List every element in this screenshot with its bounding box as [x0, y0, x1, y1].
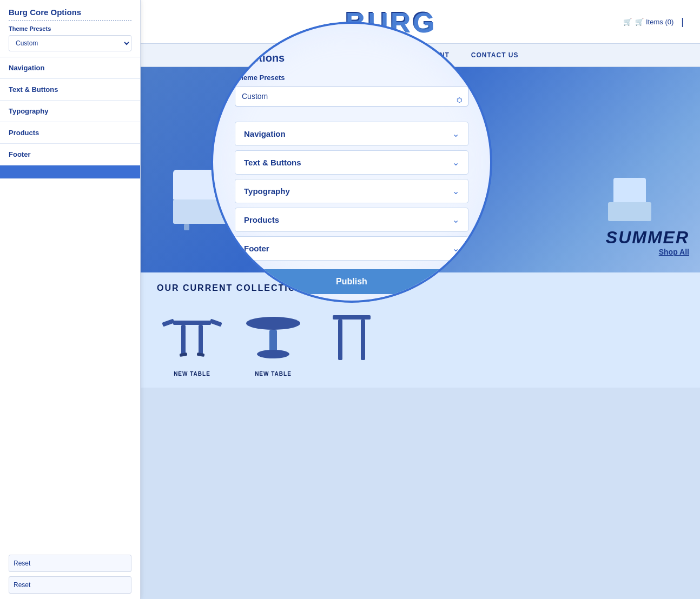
sidebar-header: Burg Core Options Theme Presets Custom P… [0, 0, 140, 57]
svg-rect-2 [209, 318, 222, 327]
accordion-label-typography: Typography [244, 187, 290, 196]
sidebar-item-typography[interactable]: Typography [0, 101, 140, 122]
products-row: NEW TABLE NEW TABLE [157, 302, 684, 377]
svg-rect-12 [361, 320, 365, 360]
chevron-down-icon-typography: ⌄ [452, 186, 459, 196]
accordion-item-products[interactable]: Products ⌄ [235, 208, 468, 232]
svg-rect-6 [197, 352, 205, 357]
cart-icon: 🛒 [623, 18, 632, 26]
product-svg-3 [333, 304, 376, 367]
main-wrapper: Burg Core Options Theme Presets Custom P… [0, 0, 700, 599]
svg-rect-0 [173, 321, 211, 325]
product-card-2: NEW TABLE [238, 302, 308, 377]
product-card-3 [319, 302, 389, 377]
sidebar-item-products[interactable]: Products [0, 122, 140, 144]
chevron-down-icon-navigation: ⌄ [452, 129, 459, 139]
magnify-inner: e Options 🔍 Theme Presets Custom Preset … [235, 51, 468, 284]
preview-cart: 🛒 🛒 Items (0) | [623, 16, 684, 28]
accordion-label-products: Products [244, 215, 279, 224]
sidebar-section-label: Theme Presets [9, 25, 131, 32]
hero-text-overlay: SUMMER Shop All [606, 228, 689, 256]
accordion-item-navigation[interactable]: Navigation ⌄ [235, 122, 468, 146]
chevron-down-icon-products: ⌄ [452, 215, 459, 225]
sidebar-reset-btn-2[interactable]: Reset [9, 576, 131, 594]
preview-nav-contact-us[interactable]: CONTACT US [471, 51, 519, 59]
sidebar-buttons: Reset Reset [0, 549, 140, 599]
svg-rect-4 [199, 325, 203, 355]
sidebar-reset-btn-1[interactable]: Reset [9, 555, 131, 572]
chair [608, 178, 651, 227]
svg-point-7 [246, 317, 300, 330]
sidebar-item-footer[interactable]: Footer [0, 144, 140, 165]
hero-shop-link[interactable]: Shop All [606, 248, 689, 256]
svg-rect-5 [180, 352, 188, 357]
modal-preset-select[interactable]: Custom Preset 1 [235, 86, 468, 107]
sidebar-title: Burg Core Options [9, 8, 131, 17]
preview-topbar: BURG 🛒 🛒 Items (0) | [141, 0, 700, 44]
product-label-1: NEW TABLE [174, 371, 210, 377]
svg-rect-11 [338, 320, 342, 360]
chevron-down-icon-footer: ⌄ [452, 243, 459, 254]
product-img-3 [319, 302, 389, 367]
accordion-label-navigation: Navigation [244, 129, 286, 138]
product-svg-2 [238, 304, 308, 367]
sidebar-preset-select[interactable]: Custom Preset 1 Preset 2 [9, 35, 131, 51]
sidebar-item-navigation[interactable]: Navigation [0, 57, 140, 79]
sidebar-divider [9, 20, 131, 21]
magnify-overlay: e Options 🔍 Theme Presets Custom Preset … [211, 22, 492, 303]
accordion-item-typography[interactable]: Typography ⌄ [235, 179, 468, 203]
accordion-label-footer: Footer [244, 244, 269, 253]
product-img-2 [238, 302, 308, 367]
svg-point-9 [257, 350, 289, 358]
modal-header-row: e Options 🔍 [235, 51, 468, 65]
product-svg-1 [157, 304, 227, 367]
product-label-2: NEW TABLE [255, 371, 292, 377]
select-wrapper: Custom Preset 1 ⬡ [235, 86, 468, 114]
sidebar: Burg Core Options Theme Presets Custom P… [0, 0, 141, 599]
sofa-leg-left [184, 224, 189, 230]
svg-rect-3 [181, 325, 186, 355]
preview-area: BURG 🛒 🛒 Items (0) | GIFT REGISTRY MY AC… [141, 0, 700, 599]
accordion-label-text-buttons: Text & Buttons [244, 158, 301, 167]
chair-back [613, 178, 646, 205]
svg-rect-1 [162, 318, 174, 327]
hero-summer-text: SUMMER [606, 228, 689, 248]
preview-collection: OUR CURRENT COLLECTION [141, 272, 700, 388]
cart-label: 🛒 Items (0) [635, 18, 673, 26]
accordion-item-footer[interactable]: Footer ⌄ [235, 236, 468, 261]
accordion-item-text-buttons[interactable]: Text & Buttons ⌄ [235, 150, 468, 175]
chair-seat [608, 202, 651, 221]
svg-rect-10 [333, 315, 371, 320]
modal-section-label: Theme Presets [235, 74, 468, 82]
sidebar-item-text-buttons[interactable]: Text & Buttons [0, 79, 140, 101]
chevron-down-icon-text-buttons: ⌄ [452, 157, 459, 168]
sidebar-item-active[interactable] [0, 165, 140, 179]
product-img-1 [157, 302, 227, 367]
sidebar-nav: Navigation Text & Buttons Typography Pro… [0, 57, 140, 549]
product-card-1: NEW TABLE [157, 302, 227, 377]
